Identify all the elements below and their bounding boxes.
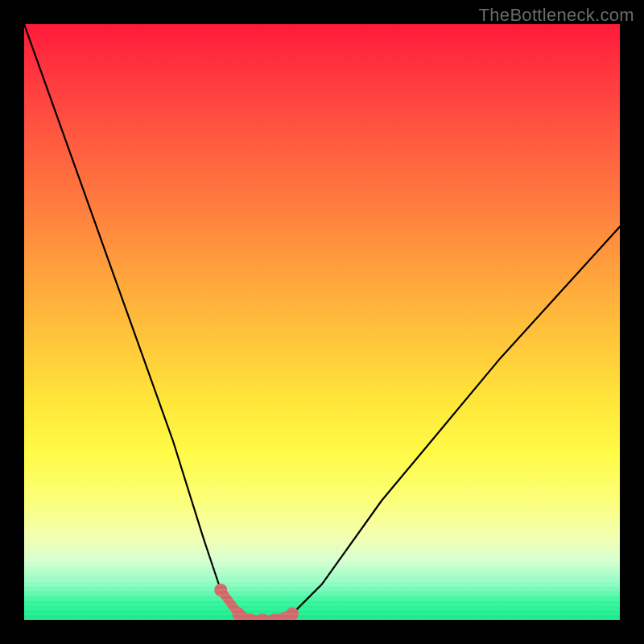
optimal-zone-dot — [232, 608, 245, 620]
bottleneck-curve — [24, 24, 620, 620]
plot-area — [24, 24, 620, 620]
optimal-zone-highlight — [221, 590, 292, 620]
bottleneck-curve-svg — [24, 24, 620, 620]
watermark-label: TheBottleneck.com — [479, 5, 634, 26]
optimal-zone-dot — [214, 584, 227, 597]
optimal-zone-dot — [286, 608, 299, 620]
chart-stage: TheBottleneck.com — [0, 0, 644, 644]
optimal-zone-dot — [256, 613, 269, 620]
